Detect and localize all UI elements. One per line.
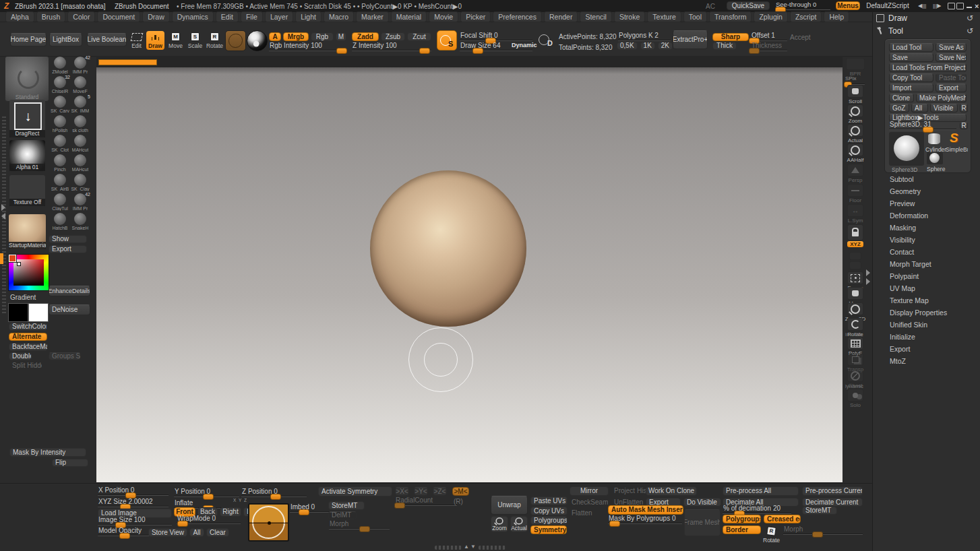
quick-brush-item[interactable]: MAHcut [70, 135, 90, 154]
z-position-handle[interactable] [270, 494, 281, 500]
activate-symmetry-button[interactable]: Activate Symmetry [318, 486, 392, 496]
export-button[interactable]: Export [936, 84, 967, 92]
symmetry-y-button[interactable]: >Y< [414, 487, 428, 496]
m-button[interactable]: M [336, 32, 346, 41]
quick-brush-item[interactable]: SK_Clay [70, 174, 90, 193]
frame-mesh-button[interactable]: Frame Mesh [684, 509, 721, 536]
material-export-button[interactable]: Export [49, 245, 87, 253]
draw-mode-button[interactable]: Draw [146, 31, 164, 50]
subpalette-header[interactable]: Preview [890, 199, 947, 207]
left-tray-arrow-close-icon[interactable] [1, 213, 5, 220]
collapse-right-tray-icon[interactable]: |||▶ [933, 3, 941, 9]
menu-item[interactable]: Light [295, 11, 321, 23]
texture-thumbnail[interactable]: Texture Off [9, 175, 45, 206]
scale-mode-button[interactable]: S Scale [186, 31, 204, 50]
save-button[interactable]: Save [889, 53, 933, 62]
menu-item[interactable]: Material [391, 11, 427, 23]
thickness-slider[interactable]: Thickness [751, 42, 787, 52]
subpalette-header[interactable]: Subtool [890, 175, 947, 183]
decimation-morph-handle[interactable] [812, 531, 823, 538]
rotate-mode-button[interactable]: R Rotate [206, 31, 224, 50]
polygons-slider[interactable]: Polygons K 2 [618, 32, 671, 42]
storemt-button[interactable]: StoreMT [328, 501, 365, 510]
subpalette-header[interactable]: Export [890, 345, 947, 353]
bottom-divider-up-icon[interactable]: ▲ [464, 544, 469, 550]
quick-brush-item[interactable]: SK_Clot [50, 135, 70, 154]
right-tray-arrow-open-icon[interactable] [866, 269, 870, 276]
subpalette-header[interactable]: Visibility [890, 236, 947, 244]
uv-actual-button[interactable]: Actual [510, 516, 528, 532]
menu-item[interactable]: Zplugin [754, 11, 787, 23]
quicksave-button[interactable]: QuickSave [727, 1, 770, 10]
secondary-color-swatch[interactable] [28, 303, 49, 322]
y-position-slider[interactable]: Y Position 0 [174, 488, 239, 498]
menu-item[interactable]: Stroke [614, 11, 645, 23]
floor-button[interactable]: Floor [845, 184, 866, 203]
bpr-button[interactable]: BPR [845, 58, 866, 77]
alternate-button[interactable]: Alternate [9, 333, 47, 341]
z-intensity-handle[interactable] [419, 48, 430, 54]
subpalette-header[interactable]: Masking [890, 224, 947, 232]
paste-uvs-button[interactable]: Paste UVs [530, 496, 568, 505]
quick-brush-item[interactable]: SnakeH [70, 213, 90, 232]
alpha-thumbnail[interactable]: Alpha 01 [9, 140, 45, 171]
checkseams-button[interactable]: CheckSeams [568, 498, 609, 507]
move-mode-button[interactable]: M Move [166, 31, 185, 50]
mask-by-polygroups-handle[interactable] [609, 521, 620, 527]
symmetry-m-button[interactable]: >M< [452, 487, 469, 496]
menu-item[interactable]: Draw [142, 11, 170, 23]
image-size-track[interactable] [98, 524, 172, 525]
menu-item[interactable]: Marker [356, 11, 389, 23]
border-button[interactable]: Border [723, 525, 761, 534]
rgb-button[interactable]: Rgb [311, 32, 334, 41]
dynamic-draw-size-button[interactable]: D [537, 32, 555, 49]
save-as-button[interactable]: Save As [936, 43, 967, 52]
clear-view-button[interactable]: Clear [206, 528, 229, 537]
tool-palette-header[interactable]: Tool ↺ [875, 26, 977, 36]
draw-palette-header[interactable]: Draw ↺ [875, 13, 977, 23]
stroke-curve-button[interactable]: S [437, 30, 457, 51]
xyz-size-slider[interactable]: XYZ Size 2.00002 [98, 498, 169, 508]
sphere3d-slider[interactable]: Sphere3D. 31 [889, 121, 956, 131]
morph-handle[interactable] [359, 526, 370, 532]
load-tools-from-project-button[interactable]: Load Tools From Project [889, 63, 967, 72]
quick-brush-item[interactable]: sk cloth [70, 115, 90, 135]
radial-count-handle[interactable] [394, 503, 405, 509]
menu-item[interactable]: Document [97, 11, 140, 23]
backface-mask-button[interactable]: BackfaceMask [9, 343, 48, 351]
lock-rotation-button[interactable]: XYZ [845, 224, 866, 247]
zsub-button[interactable]: Zsub [381, 32, 405, 41]
menu-item[interactable]: Macro [324, 11, 354, 23]
decimate-current-button[interactable]: Decimate Current [802, 498, 863, 507]
menu-item[interactable]: Layer [265, 11, 293, 23]
edit-mode-button[interactable]: Edit [127, 31, 146, 50]
quick-brush-item[interactable]: SK_IMM 5 [70, 96, 90, 115]
menu-item[interactable]: Stencil [580, 11, 612, 23]
do-visible-button[interactable]: Do Visible [683, 498, 721, 507]
right-tray-arrow-close-icon[interactable] [866, 278, 870, 285]
uv-polygroups-button[interactable]: Polygroups [530, 516, 568, 525]
rgb-intensity-handle[interactable] [336, 48, 347, 54]
delmt-button[interactable]: DelMT [328, 511, 357, 519]
symmetry-z-button[interactable]: >Z< [433, 487, 447, 496]
polygon-preset-button[interactable]: 1K [640, 42, 655, 50]
mirror-button[interactable]: Mirror [570, 486, 609, 496]
menu-item[interactable]: Alpha [5, 11, 34, 23]
lightbox-button[interactable]: LightBox [49, 33, 82, 46]
zoom-button[interactable]: Zoom [845, 104, 866, 124]
bottom-divider-down-icon[interactable]: ▼ [470, 544, 476, 550]
subpalette-header[interactable]: UV Map [890, 284, 947, 292]
rgb-intensity-slider[interactable]: Rgb Intensity 100 [269, 42, 346, 52]
subpalette-header[interactable]: Deformation [890, 212, 947, 220]
clone-button[interactable]: Clone [889, 94, 914, 102]
z-position-slider[interactable]: Z Position 0 [241, 488, 307, 498]
decimation-morph-track[interactable] [783, 533, 863, 535]
copy-tool-button[interactable]: Copy Tool [889, 73, 933, 82]
rotate-layer-button[interactable]: R Rotate [762, 527, 780, 544]
x-position-slider[interactable]: X Position 0 [98, 486, 169, 496]
draw-size-track[interactable] [460, 50, 532, 51]
menu-item[interactable]: Movie [429, 11, 458, 23]
import-button[interactable]: Import [889, 84, 933, 92]
offset-slider[interactable]: Offset 1 [751, 32, 787, 42]
mask-by-polygroups-slider[interactable]: Mask By Polygroups 0 [608, 515, 682, 525]
